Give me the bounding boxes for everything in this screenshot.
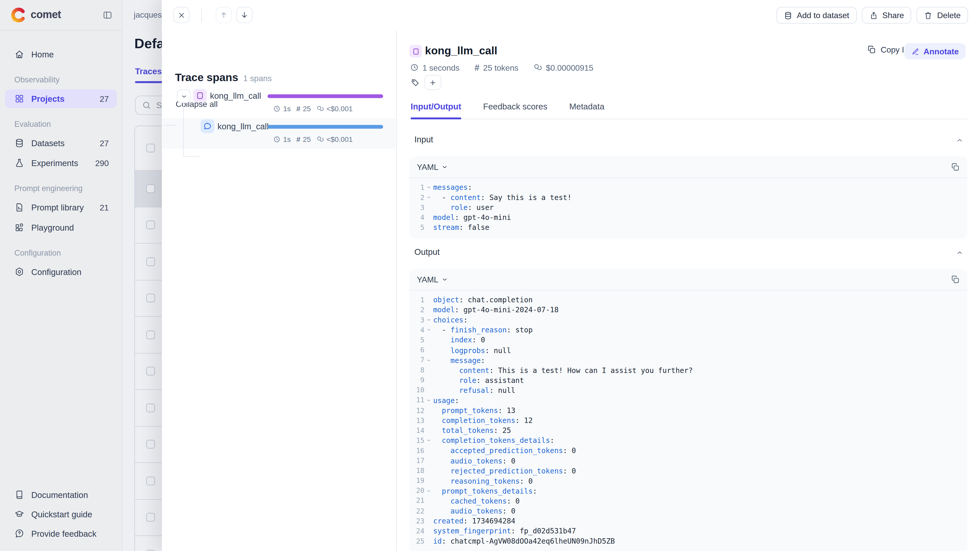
- copy-code-button[interactable]: [951, 162, 960, 171]
- sidebar-item-quickstart-guide[interactable]: Quickstart guide: [5, 505, 117, 524]
- input-collapse-chevron-icon[interactable]: [956, 136, 964, 144]
- code-line: 4 - finish_reason: stop: [409, 325, 967, 335]
- next-trace-button[interactable]: [236, 7, 253, 23]
- code-line: 12 prompt_tokens: 13: [409, 405, 967, 415]
- fold-chevron-icon[interactable]: [425, 327, 433, 333]
- sidebar-item-datasets[interactable]: Datasets 27: [5, 134, 117, 152]
- output-collapse-chevron-icon[interactable]: [956, 249, 964, 257]
- hash-icon: #: [474, 62, 479, 73]
- code-line: 19 reasoning_tokens: 0: [409, 476, 967, 486]
- tab-input-output[interactable]: Input/Output: [410, 102, 461, 119]
- share-icon: [869, 11, 878, 20]
- input-code-card: YAML 1 messages: 2 - content: Say this i…: [409, 156, 967, 239]
- close-icon: [177, 11, 185, 19]
- span-row-name[interactable]: kong_llm_call: [218, 122, 269, 131]
- span-title: kong_llm_call: [425, 44, 497, 57]
- sidebar-footer: DocumentationQuickstart guideProvide fee…: [0, 485, 122, 551]
- span-row-name[interactable]: kong_llm_call: [210, 91, 261, 101]
- chevron-down-icon: [442, 163, 449, 170]
- tag-icon: [410, 78, 420, 87]
- coins-icon: [317, 135, 324, 143]
- sidebar-item-provide-feedback[interactable]: Provide feedback: [5, 524, 117, 543]
- sidebar-item-count: 27: [100, 94, 109, 103]
- annotate-button[interactable]: Annotate: [904, 43, 966, 59]
- prev-trace-button[interactable]: [216, 7, 232, 23]
- comet-mark-icon: [10, 7, 26, 23]
- add-tag-button[interactable]: [425, 75, 441, 90]
- trash-icon: [924, 11, 933, 20]
- chevron-up-icon: [956, 136, 964, 144]
- tab-metadata[interactable]: Metadata: [569, 102, 605, 119]
- code-line: 1 messages:: [409, 183, 967, 192]
- chat-bubble-icon: [203, 122, 212, 130]
- fold-chevron-icon[interactable]: [425, 438, 433, 443]
- detail-tabs: Input/OutputFeedback scoresMetadata: [410, 102, 967, 119]
- sidebar-item-projects[interactable]: Projects 27: [5, 89, 117, 108]
- code-line: 16 accepted_prediction_tokens: 0: [409, 446, 967, 456]
- share-button[interactable]: Share: [862, 7, 912, 24]
- format-select[interactable]: YAML: [417, 162, 449, 171]
- comet-logo[interactable]: comet: [10, 7, 61, 23]
- chevron-down-icon: [426, 398, 431, 403]
- arrow-down-icon: [240, 11, 248, 19]
- chevron-down-icon: [426, 358, 431, 363]
- llm-box-icon: [196, 91, 204, 100]
- sidebar-item-home[interactable]: Home: [5, 45, 117, 64]
- fold-chevron-icon[interactable]: [425, 489, 433, 494]
- chevron-down-icon: [426, 327, 431, 333]
- span-row-highlight[interactable]: [162, 118, 396, 149]
- coins-icon: [533, 63, 542, 72]
- span-duration: 1 seconds: [423, 63, 460, 72]
- tab-feedback-scores[interactable]: Feedback scores: [483, 102, 547, 119]
- code-line: 1 object: chat.completion: [409, 295, 967, 305]
- fold-chevron-icon[interactable]: [425, 195, 433, 200]
- chevron-down-icon: [426, 489, 431, 494]
- code-body: 1 object: chat.completion 2 model: gpt-4…: [409, 291, 967, 551]
- code-line: 9 role: assistant: [409, 375, 967, 385]
- sidebar-item-count: 27: [100, 138, 109, 148]
- copy-icon: [951, 275, 960, 284]
- fold-chevron-icon[interactable]: [425, 185, 433, 190]
- code-line: 25 id: chatcmpl-AgVW08dOOa42eq6lheUN09nJ…: [409, 536, 967, 546]
- help-chat-icon: [14, 529, 24, 538]
- sidebar-item-prompt-library[interactable]: Prompt library 21: [5, 198, 117, 217]
- fold-chevron-icon[interactable]: [425, 358, 433, 363]
- chevron-up-icon: [956, 249, 964, 257]
- sidebar-item-playground[interactable]: Playground: [5, 218, 117, 237]
- span-cost: $0.00000915: [546, 63, 593, 72]
- fold-chevron-icon[interactable]: [425, 318, 433, 323]
- sidebar-logo-row: comet: [0, 0, 122, 30]
- close-button[interactable]: [173, 7, 189, 23]
- toolbar-actions: Add to datasetShareDelete: [776, 7, 968, 24]
- input-section-label: Input: [414, 135, 433, 144]
- add-to-dataset-button[interactable]: Add to dataset: [776, 7, 857, 24]
- database-icon: [14, 138, 24, 148]
- code-line: 13 completion_tokens: 12: [409, 416, 967, 426]
- format-select[interactable]: YAML: [417, 275, 449, 284]
- sidebar-section-label: Observability: [14, 76, 107, 84]
- chevron-down-icon: [180, 93, 187, 100]
- span-duration-bar[interactable]: [267, 125, 383, 129]
- playground-icon: [14, 222, 24, 232]
- config-hex-icon: [14, 267, 24, 277]
- expand-span-button[interactable]: [177, 89, 191, 103]
- trace-detail-overlay: Add to datasetShareDelete Trace spans 1 …: [162, 0, 980, 551]
- sidebar-item-documentation[interactable]: Documentation: [5, 486, 117, 504]
- span-duration-bar[interactable]: [267, 94, 383, 98]
- code-line: 8 content: This is a test! How can I ass…: [409, 365, 967, 375]
- delete-button[interactable]: Delete: [916, 7, 968, 24]
- copy-id-button[interactable]: Copy ID: [867, 45, 910, 54]
- sidebar-item-experiments[interactable]: Experiments 290: [5, 154, 117, 172]
- code-line: 2 model: gpt-4o-mini-2024-07-18: [409, 305, 967, 315]
- clock-icon: [410, 63, 419, 72]
- clock-icon: [410, 63, 419, 72]
- sidebar-collapse-button[interactable]: [103, 10, 113, 20]
- sidebar-item-configuration[interactable]: Configuration: [5, 262, 117, 281]
- copy-code-button[interactable]: [951, 275, 960, 284]
- code-line: 21 cached_tokens: 0: [409, 496, 967, 506]
- code-line: 18 rejected_prediction_tokens: 0: [409, 466, 967, 476]
- llm-box-icon: [412, 47, 420, 56]
- fold-chevron-icon[interactable]: [425, 398, 433, 403]
- pen-icon: [911, 47, 919, 56]
- span-row-type-icon: [193, 89, 207, 103]
